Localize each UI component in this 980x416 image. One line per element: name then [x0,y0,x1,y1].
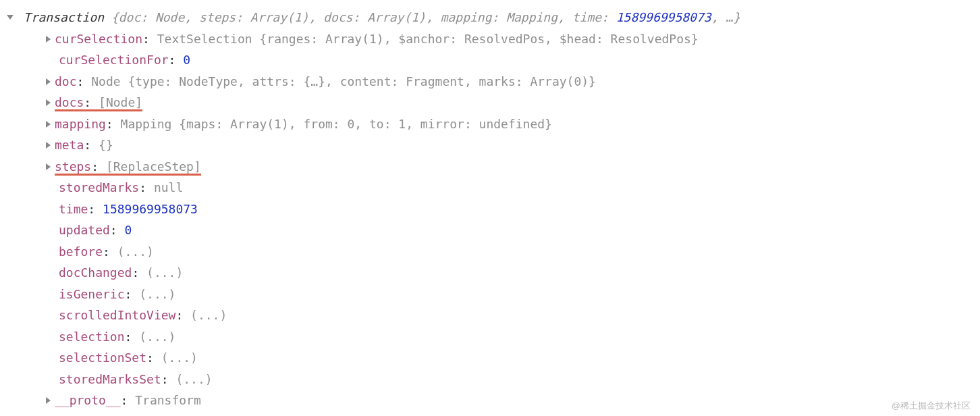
property-row-doc[interactable]: doc: Node {type: NodeType, attrs: {…}, c… [0,71,980,93]
property-key: curSelection [55,32,142,46]
property-row-steps[interactable]: steps: [ReplaceStep] [0,156,980,178]
watermark-text: @稀土掘金技术社区 [892,398,971,414]
spacer-icon [46,297,55,298]
spacer-icon [46,382,55,383]
property-key: storedMarksSet [59,372,161,386]
spacer-icon [46,212,55,213]
property-value[interactable]: (...) [139,287,175,301]
property-key: docs [55,95,84,109]
property-row-selectionSet[interactable]: selectionSet: (...) [0,347,980,369]
property-value: 0 [183,53,190,67]
spacer-icon [46,276,55,276]
property-value: TextSelection {ranges: Array(1), $anchor… [157,32,699,46]
property-value: Transform [135,393,201,407]
property-key: storedMarks [59,180,139,194]
property-row-isGeneric[interactable]: isGeneric: (...) [0,284,980,305]
property-value: [ReplaceStep] [106,159,201,174]
property-value[interactable]: (...) [117,244,154,259]
property-key: mapping [55,117,106,131]
property-value: [Node] [99,95,142,109]
property-key: doc [55,74,77,88]
spacer-icon [46,63,55,63]
object-header[interactable]: Transaction {doc: Node, steps: Array(1),… [0,7,980,28]
disclosure-triangle-right-icon[interactable] [46,142,51,149]
property-value: {} [99,138,113,152]
property-key: time [59,202,88,216]
disclosure-triangle-right-icon[interactable] [46,99,51,106]
class-name: Transaction [24,10,104,24]
property-row-before[interactable]: before: (...) [0,241,980,263]
spacer-icon [46,255,55,255]
property-key: scrolledIntoView [59,308,175,322]
property-value: 1589969958073 [103,202,198,216]
spacer-icon [46,361,55,361]
property-row-docs[interactable]: docs: [Node] [0,92,980,113]
spacer-icon [46,340,55,340]
property-key: before [59,244,103,259]
property-value: Mapping {maps: Array(1), from: 0, to: 1,… [121,117,552,131]
property-row-storedMarks[interactable]: storedMarks: null [0,177,980,199]
property-key: updated [59,223,110,237]
property-row-time[interactable]: time: 1589969958073 [0,199,980,220]
disclosure-triangle-right-icon[interactable] [46,36,51,43]
preview-text: {doc: [111,10,155,24]
property-value[interactable]: (...) [190,308,227,322]
disclosure-triangle-down-icon[interactable] [7,15,13,20]
disclosure-triangle-right-icon[interactable] [46,78,51,85]
property-row-meta[interactable]: meta: {} [0,134,980,156]
property-row-updated[interactable]: updated: 0 [0,219,980,241]
property-row-storedMarksSet[interactable]: storedMarksSet: (...) [0,369,980,390]
property-value: null [154,180,183,194]
property-row-curSelectionFor[interactable]: curSelectionFor: 0 [0,49,980,71]
disclosure-triangle-right-icon[interactable] [46,397,51,404]
property-value[interactable]: (...) [139,330,175,344]
property-value[interactable]: (...) [146,265,183,280]
spacer-icon [46,233,55,234]
property-key: selectionSet [59,350,146,365]
property-value[interactable]: (...) [175,372,212,386]
disclosure-triangle-right-icon[interactable] [46,121,51,128]
property-row-selection[interactable]: selection: (...) [0,326,980,348]
disclosure-triangle-right-icon[interactable] [46,163,51,170]
property-key: isGeneric [59,287,125,301]
property-key: docChanged [59,265,132,280]
property-row-mapping[interactable]: mapping: Mapping {maps: Array(1), from: … [0,113,980,135]
property-row-scrolledIntoView[interactable]: scrolledIntoView: (...) [0,305,980,326]
property-key: __proto__ [55,393,121,407]
property-row-docChanged[interactable]: docChanged: (...) [0,262,980,284]
property-row-proto[interactable]: __proto__: Transform [0,390,980,411]
property-key: selection [59,330,125,344]
property-value: 0 [125,223,132,237]
spacer-icon [46,318,55,319]
property-value[interactable]: (...) [161,350,198,365]
property-key: steps [55,159,91,174]
spacer-icon [46,190,55,191]
property-key: curSelectionFor [59,53,169,67]
property-key: meta [55,138,84,152]
property-row-curSelection[interactable]: curSelection: TextSelection {ranges: Arr… [0,28,980,50]
property-value: Node {type: NodeType, attrs: {…}, conten… [91,74,596,88]
